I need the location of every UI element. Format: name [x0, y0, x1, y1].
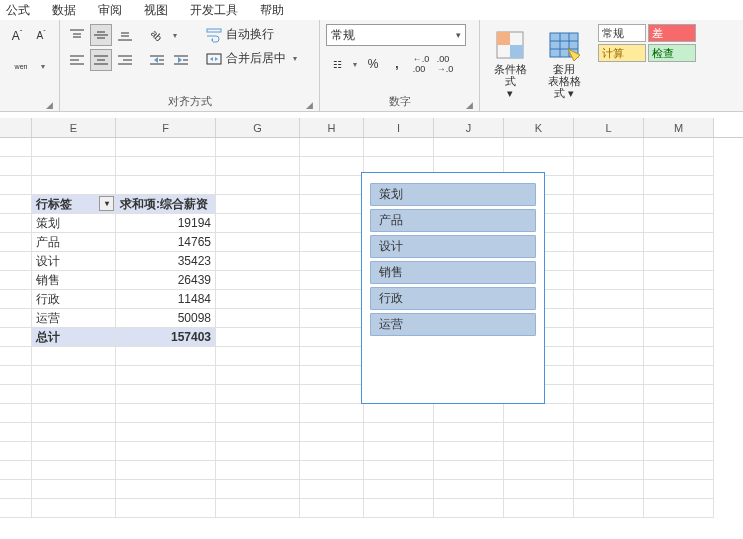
cell[interactable]: [32, 366, 116, 385]
cell[interactable]: [300, 195, 364, 214]
cell[interactable]: [574, 233, 644, 252]
cell[interactable]: [574, 328, 644, 347]
cell[interactable]: [0, 195, 32, 214]
menu-view[interactable]: 视图: [144, 2, 168, 19]
cell[interactable]: [32, 499, 116, 518]
pivot-row-value[interactable]: 14765: [116, 233, 216, 252]
cell[interactable]: [364, 404, 434, 423]
cell[interactable]: [574, 480, 644, 499]
cell[interactable]: [504, 499, 574, 518]
cell[interactable]: [434, 138, 504, 157]
slicer-item[interactable]: 运营: [370, 313, 536, 336]
cell[interactable]: [32, 480, 116, 499]
pivot-row-label[interactable]: 设计: [32, 252, 116, 271]
column-header[interactable]: F: [116, 118, 216, 137]
pivot-total-value[interactable]: 157403: [116, 328, 216, 347]
cell[interactable]: [644, 271, 714, 290]
cell[interactable]: [32, 461, 116, 480]
slicer-item[interactable]: 设计: [370, 235, 536, 258]
pivot-row-value[interactable]: 35423: [116, 252, 216, 271]
cell[interactable]: [0, 138, 32, 157]
cell[interactable]: [116, 480, 216, 499]
cell[interactable]: [574, 404, 644, 423]
cell[interactable]: [300, 480, 364, 499]
cell[interactable]: [434, 499, 504, 518]
number-format-select[interactable]: 常规 ▾: [326, 24, 466, 46]
cell[interactable]: [644, 328, 714, 347]
pivot-filter-button[interactable]: ▾: [99, 196, 114, 211]
dialog-launcher-icon[interactable]: ◢: [466, 100, 473, 110]
cell[interactable]: [504, 404, 574, 423]
phonetic-dropdown-icon[interactable]: ▾: [38, 62, 48, 71]
align-middle-button[interactable]: [90, 24, 112, 46]
increase-decimal-button[interactable]: ←.0.00: [410, 53, 432, 75]
cell[interactable]: [364, 442, 434, 461]
cell[interactable]: [300, 442, 364, 461]
cell[interactable]: [644, 347, 714, 366]
cell[interactable]: [216, 366, 300, 385]
cell[interactable]: [216, 271, 300, 290]
cell[interactable]: [574, 252, 644, 271]
cell[interactable]: [300, 499, 364, 518]
cell[interactable]: [216, 461, 300, 480]
cell[interactable]: [32, 404, 116, 423]
cell[interactable]: [644, 233, 714, 252]
cell[interactable]: [504, 423, 574, 442]
cell[interactable]: [574, 176, 644, 195]
slicer-item[interactable]: 行政: [370, 287, 536, 310]
cell[interactable]: [574, 461, 644, 480]
dialog-launcher-icon[interactable]: ◢: [306, 100, 313, 110]
pivot-row-value[interactable]: 19194: [116, 214, 216, 233]
pivot-row-value[interactable]: 26439: [116, 271, 216, 290]
cell[interactable]: [300, 385, 364, 404]
cell[interactable]: [574, 271, 644, 290]
accounting-dropdown-icon[interactable]: ▾: [350, 60, 360, 69]
pivot-row-value[interactable]: 50098: [116, 309, 216, 328]
cell[interactable]: [504, 461, 574, 480]
cell[interactable]: [216, 480, 300, 499]
cell[interactable]: [644, 290, 714, 309]
cell[interactable]: [300, 138, 364, 157]
dialog-launcher-icon[interactable]: ◢: [46, 100, 53, 110]
cell[interactable]: [644, 423, 714, 442]
cell[interactable]: [0, 423, 32, 442]
orientation-button[interactable]: ab: [146, 24, 168, 46]
cell[interactable]: [216, 385, 300, 404]
menu-help[interactable]: 帮助: [260, 2, 284, 19]
cell[interactable]: [300, 461, 364, 480]
align-top-button[interactable]: [66, 24, 88, 46]
column-header[interactable]: I: [364, 118, 434, 137]
cell[interactable]: [644, 157, 714, 176]
cell[interactable]: [504, 138, 574, 157]
cell[interactable]: [300, 233, 364, 252]
align-bottom-button[interactable]: [114, 24, 136, 46]
pivot-row-label[interactable]: 行政: [32, 290, 116, 309]
cell[interactable]: [300, 404, 364, 423]
menu-dev[interactable]: 开发工具: [190, 2, 238, 19]
column-header[interactable]: G: [216, 118, 300, 137]
pivot-row-value[interactable]: 11484: [116, 290, 216, 309]
cell[interactable]: [574, 385, 644, 404]
cell[interactable]: [574, 366, 644, 385]
cell[interactable]: [644, 252, 714, 271]
cell[interactable]: [0, 442, 32, 461]
cell[interactable]: [216, 233, 300, 252]
align-left-button[interactable]: [66, 49, 88, 71]
pivot-value-header[interactable]: 求和项:综合薪资: [116, 195, 216, 214]
cell[interactable]: [644, 385, 714, 404]
cell[interactable]: [0, 176, 32, 195]
menu-formula[interactable]: 公式: [6, 2, 30, 19]
cell[interactable]: [574, 195, 644, 214]
spreadsheet-grid[interactable]: EFGHIJKLM 行标签▾求和项:综合薪资策划19194产品14765设计35…: [0, 118, 743, 518]
cell[interactable]: [574, 423, 644, 442]
decrease-font-button[interactable]: Aˇ: [30, 24, 52, 46]
cell[interactable]: [216, 290, 300, 309]
column-header[interactable]: [0, 118, 32, 137]
cell[interactable]: [0, 233, 32, 252]
cell[interactable]: [216, 442, 300, 461]
merge-center-button[interactable]: 合并后居中 ▾: [204, 48, 302, 69]
cell[interactable]: [644, 138, 714, 157]
cell[interactable]: [574, 499, 644, 518]
cell[interactable]: [300, 423, 364, 442]
column-header[interactable]: J: [434, 118, 504, 137]
